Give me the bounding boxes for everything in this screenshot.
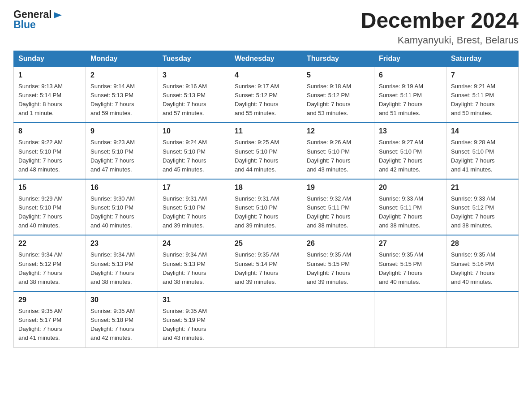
day-number: 10 — [163, 126, 225, 137]
day-cell-3: 3Sunrise: 9:16 AM Sunset: 5:13 PM Daylig… — [158, 67, 230, 123]
day-cell-18: 18Sunrise: 9:31 AM Sunset: 5:10 PM Dayli… — [230, 179, 302, 235]
day-number: 23 — [90, 238, 153, 249]
day-info: Sunrise: 9:33 AM Sunset: 5:11 PM Dayligh… — [379, 194, 442, 231]
day-number: 22 — [18, 238, 81, 249]
day-number: 26 — [307, 238, 369, 249]
header-tuesday: Tuesday — [158, 51, 230, 67]
header-sunday: Sunday — [14, 51, 86, 67]
day-info: Sunrise: 9:27 AM Sunset: 5:10 PM Dayligh… — [379, 138, 442, 174]
day-info: Sunrise: 9:23 AM Sunset: 5:10 PM Dayligh… — [90, 138, 153, 174]
day-info: Sunrise: 9:17 AM Sunset: 5:12 PM Dayligh… — [235, 82, 297, 118]
day-cell-17: 17Sunrise: 9:31 AM Sunset: 5:10 PM Dayli… — [158, 179, 230, 235]
day-info: Sunrise: 9:13 AM Sunset: 5:14 PM Dayligh… — [18, 82, 81, 118]
day-info: Sunrise: 9:18 AM Sunset: 5:12 PM Dayligh… — [307, 82, 369, 118]
logo-text-block: General Blue — [13, 9, 63, 31]
day-info: Sunrise: 9:35 AM Sunset: 5:17 PM Dayligh… — [18, 307, 81, 343]
day-cell-7: 7Sunrise: 9:21 AM Sunset: 5:11 PM Daylig… — [446, 67, 519, 123]
logo-arrow-icon — [53, 10, 63, 20]
day-number: 14 — [451, 126, 514, 137]
day-info: Sunrise: 9:24 AM Sunset: 5:10 PM Dayligh… — [163, 138, 225, 174]
day-cell-31: 31Sunrise: 9:35 AM Sunset: 5:19 PM Dayli… — [158, 291, 230, 347]
week-row-4: 22Sunrise: 9:34 AM Sunset: 5:12 PM Dayli… — [14, 235, 519, 291]
day-cell-12: 12Sunrise: 9:26 AM Sunset: 5:10 PM Dayli… — [302, 123, 374, 179]
day-cell-21: 21Sunrise: 9:33 AM Sunset: 5:12 PM Dayli… — [446, 179, 519, 235]
day-cell-6: 6Sunrise: 9:19 AM Sunset: 5:11 PM Daylig… — [374, 67, 446, 123]
calendar-header-row: SundayMondayTuesdayWednesdayThursdayFrid… — [14, 51, 519, 67]
day-cell-11: 11Sunrise: 9:25 AM Sunset: 5:10 PM Dayli… — [230, 123, 302, 179]
calendar-subtitle: Kamyanyuki, Brest, Belarus — [361, 34, 519, 46]
day-info: Sunrise: 9:21 AM Sunset: 5:11 PM Dayligh… — [451, 82, 514, 118]
day-info: Sunrise: 9:31 AM Sunset: 5:10 PM Dayligh… — [235, 194, 297, 231]
day-number: 9 — [90, 126, 153, 137]
day-info: Sunrise: 9:35 AM Sunset: 5:15 PM Dayligh… — [379, 250, 442, 287]
day-number: 24 — [163, 238, 225, 249]
day-cell-5: 5Sunrise: 9:18 AM Sunset: 5:12 PM Daylig… — [302, 67, 374, 123]
day-cell-1: 1Sunrise: 9:13 AM Sunset: 5:14 PM Daylig… — [14, 67, 86, 123]
day-cell-14: 14Sunrise: 9:28 AM Sunset: 5:10 PM Dayli… — [446, 123, 519, 179]
empty-cell — [446, 291, 519, 347]
calendar-table: SundayMondayTuesdayWednesdayThursdayFrid… — [13, 51, 519, 348]
day-info: Sunrise: 9:31 AM Sunset: 5:10 PM Dayligh… — [163, 194, 225, 231]
empty-cell — [230, 291, 302, 347]
day-number: 7 — [451, 70, 514, 81]
day-info: Sunrise: 9:25 AM Sunset: 5:10 PM Dayligh… — [235, 138, 297, 174]
day-cell-24: 24Sunrise: 9:34 AM Sunset: 5:13 PM Dayli… — [158, 235, 230, 291]
day-cell-23: 23Sunrise: 9:34 AM Sunset: 5:13 PM Dayli… — [86, 235, 158, 291]
day-info: Sunrise: 9:34 AM Sunset: 5:13 PM Dayligh… — [90, 250, 153, 287]
logo-blue: Blue — [13, 19, 63, 30]
day-cell-4: 4Sunrise: 9:17 AM Sunset: 5:12 PM Daylig… — [230, 67, 302, 123]
day-cell-19: 19Sunrise: 9:32 AM Sunset: 5:11 PM Dayli… — [302, 179, 374, 235]
logo: General Blue — [13, 9, 63, 31]
day-info: Sunrise: 9:34 AM Sunset: 5:13 PM Dayligh… — [163, 250, 225, 287]
day-number: 6 — [379, 70, 442, 81]
day-info: Sunrise: 9:19 AM Sunset: 5:11 PM Dayligh… — [379, 82, 442, 118]
day-cell-10: 10Sunrise: 9:24 AM Sunset: 5:10 PM Dayli… — [158, 123, 230, 179]
week-row-3: 15Sunrise: 9:29 AM Sunset: 5:10 PM Dayli… — [14, 179, 519, 235]
day-info: Sunrise: 9:30 AM Sunset: 5:10 PM Dayligh… — [90, 194, 153, 231]
day-cell-16: 16Sunrise: 9:30 AM Sunset: 5:10 PM Dayli… — [86, 179, 158, 235]
day-info: Sunrise: 9:14 AM Sunset: 5:13 PM Dayligh… — [90, 82, 153, 118]
page-header: General Blue December 2024 Kamyanyuki, B… — [13, 9, 519, 46]
day-number: 4 — [235, 70, 297, 81]
day-info: Sunrise: 9:35 AM Sunset: 5:14 PM Dayligh… — [235, 250, 297, 287]
header-friday: Friday — [374, 51, 446, 67]
day-number: 21 — [451, 182, 514, 193]
day-info: Sunrise: 9:22 AM Sunset: 5:10 PM Dayligh… — [18, 138, 81, 174]
day-cell-8: 8Sunrise: 9:22 AM Sunset: 5:10 PM Daylig… — [14, 123, 86, 179]
header-monday: Monday — [86, 51, 158, 67]
day-info: Sunrise: 9:32 AM Sunset: 5:11 PM Dayligh… — [307, 194, 369, 231]
day-number: 31 — [163, 295, 225, 305]
day-info: Sunrise: 9:35 AM Sunset: 5:19 PM Dayligh… — [163, 307, 225, 343]
day-info: Sunrise: 9:16 AM Sunset: 5:13 PM Dayligh… — [163, 82, 225, 118]
day-number: 11 — [235, 126, 297, 137]
day-number: 16 — [90, 182, 153, 193]
day-cell-30: 30Sunrise: 9:35 AM Sunset: 5:18 PM Dayli… — [86, 291, 158, 347]
day-info: Sunrise: 9:34 AM Sunset: 5:12 PM Dayligh… — [18, 250, 81, 287]
day-number: 27 — [379, 238, 442, 249]
header-saturday: Saturday — [446, 51, 519, 67]
day-number: 25 — [235, 238, 297, 249]
day-info: Sunrise: 9:35 AM Sunset: 5:18 PM Dayligh… — [90, 307, 153, 343]
day-number: 8 — [18, 126, 81, 137]
day-cell-9: 9Sunrise: 9:23 AM Sunset: 5:10 PM Daylig… — [86, 123, 158, 179]
day-number: 19 — [307, 182, 369, 193]
day-number: 20 — [379, 182, 442, 193]
day-cell-27: 27Sunrise: 9:35 AM Sunset: 5:15 PM Dayli… — [374, 235, 446, 291]
week-row-5: 29Sunrise: 9:35 AM Sunset: 5:17 PM Dayli… — [14, 291, 519, 347]
header-thursday: Thursday — [302, 51, 374, 67]
day-number: 1 — [18, 70, 81, 81]
day-info: Sunrise: 9:35 AM Sunset: 5:16 PM Dayligh… — [451, 250, 514, 287]
day-number: 15 — [18, 182, 81, 193]
day-cell-25: 25Sunrise: 9:35 AM Sunset: 5:14 PM Dayli… — [230, 235, 302, 291]
calendar-title-block: December 2024 Kamyanyuki, Brest, Belarus — [361, 9, 519, 46]
header-wednesday: Wednesday — [230, 51, 302, 67]
day-number: 5 — [307, 70, 369, 81]
day-cell-26: 26Sunrise: 9:35 AM Sunset: 5:15 PM Dayli… — [302, 235, 374, 291]
day-cell-28: 28Sunrise: 9:35 AM Sunset: 5:16 PM Dayli… — [446, 235, 519, 291]
week-row-2: 8Sunrise: 9:22 AM Sunset: 5:10 PM Daylig… — [14, 123, 519, 179]
day-number: 30 — [90, 295, 153, 305]
day-info: Sunrise: 9:35 AM Sunset: 5:15 PM Dayligh… — [307, 250, 369, 287]
day-info: Sunrise: 9:28 AM Sunset: 5:10 PM Dayligh… — [451, 138, 514, 174]
week-row-1: 1Sunrise: 9:13 AM Sunset: 5:14 PM Daylig… — [14, 67, 519, 123]
day-cell-22: 22Sunrise: 9:34 AM Sunset: 5:12 PM Dayli… — [14, 235, 86, 291]
